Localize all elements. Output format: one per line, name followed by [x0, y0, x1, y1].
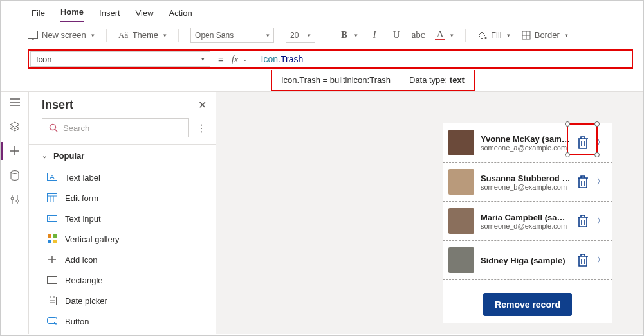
insert-item-edit-form[interactable]: Edit form — [29, 188, 216, 208]
border-button[interactable]: Border ▾ — [522, 30, 568, 40]
insert-item-label: Text input — [65, 214, 101, 224]
avatar — [448, 247, 474, 273]
strikethrough-icon: abc — [413, 30, 423, 40]
canvas[interactable]: Yvonne McKay (sample)someone_a@example.c… — [216, 92, 643, 334]
insert-item-label: Add icon — [65, 255, 98, 265]
trash-icon[interactable] — [577, 175, 589, 188]
fx-button[interactable]: fx ⌄ — [232, 54, 252, 65]
hint-expression: Icon.Trash = builtinicon:Trash — [272, 70, 400, 90]
fill-button[interactable]: Fill ▾ — [477, 30, 510, 40]
tree-view-icon[interactable] — [8, 96, 21, 109]
svg-rect-29 — [53, 234, 57, 238]
chevron-down-icon: ⌄ — [42, 152, 47, 159]
remove-record-button[interactable]: Remove record — [483, 293, 572, 316]
search-input[interactable]: Search — [42, 118, 189, 137]
svg-rect-30 — [48, 240, 51, 243]
insert-panel: Insert ✕ Search ⋯ ⌄ Popular Text labelEd… — [29, 92, 216, 334]
menubar-tab-file[interactable]: File — [32, 8, 45, 22]
insert-item-label: Edit form — [65, 193, 98, 203]
insert-item-label: Rectangle — [65, 276, 103, 285]
hint-datatype-value: text — [450, 75, 465, 85]
record-info: Susanna Stubberod (sample)someone_b@exam… — [481, 173, 571, 191]
italic-button[interactable]: I — [369, 30, 380, 40]
trash-icon[interactable] — [577, 215, 589, 227]
underline-icon: U — [391, 30, 401, 40]
formula-token-type: Icon — [261, 54, 278, 64]
formula-token-member: Trash — [281, 54, 303, 64]
search-icon — [49, 123, 58, 132]
tools-icon[interactable] — [8, 193, 21, 206]
chevron-down-icon: ▾ — [163, 32, 167, 39]
chevron-right-icon[interactable]: 〉 — [595, 254, 605, 266]
hint-datatype: Data type: text — [400, 70, 474, 90]
chevron-right-icon[interactable]: 〉 — [595, 215, 605, 227]
svg-rect-41 — [48, 318, 57, 324]
chevron-down-icon: ▾ — [450, 32, 454, 39]
trash-icon[interactable] — [577, 254, 589, 267]
divider — [327, 29, 327, 42]
layers-icon[interactable] — [8, 120, 21, 133]
chevron-right-icon[interactable]: 〉 — [595, 137, 605, 148]
group-header-popular[interactable]: ⌄ Popular — [29, 145, 216, 167]
svg-point-3 — [485, 37, 487, 39]
menubar-tab-insert[interactable]: Insert — [99, 8, 120, 22]
property-select[interactable]: Icon ▾ — [30, 51, 210, 67]
rectangle-icon — [47, 275, 57, 285]
gallery-item[interactable]: Yvonne McKay (sample)someone_a@example.c… — [443, 123, 612, 163]
svg-rect-34 — [48, 277, 57, 284]
font-color-icon: A — [435, 30, 445, 40]
svg-line-18 — [55, 130, 58, 132]
menubar-tab-view[interactable]: View — [136, 8, 154, 22]
highlight-box: Icon ▾ = fx ⌄ Icon.Trash — [28, 49, 633, 69]
insert-item-text-input[interactable]: Text input — [29, 208, 216, 229]
text-label-icon — [47, 172, 57, 182]
bold-icon: B — [339, 30, 349, 40]
record-email: someone_d@example.com — [481, 222, 571, 230]
insert-item-text-label[interactable]: Text label — [29, 167, 216, 188]
insert-item-rectangle[interactable]: Rectangle — [29, 270, 216, 290]
insert-item-button[interactable]: Button — [29, 311, 216, 332]
equals-sign: = — [217, 54, 225, 65]
formula-bar: Icon ▾ = fx ⌄ Icon.Trash — [1, 48, 643, 70]
formula-bar-area: Icon ▾ = fx ⌄ Icon.Trash Icon.Trash = bu… — [1, 48, 643, 92]
more-options-button[interactable]: ⋯ — [196, 123, 208, 133]
record-info: Yvonne McKay (sample)someone_a@example.c… — [481, 134, 571, 152]
insert-rail-icon[interactable] — [8, 145, 21, 157]
intellisense-hint: Icon.Trash = builtinicon:Trash Data type… — [271, 70, 475, 91]
new-screen-icon — [28, 31, 38, 40]
font-family-select[interactable]: Open Sans ▾ — [190, 28, 274, 43]
font-color-button[interactable]: A▾ — [435, 30, 454, 40]
divider — [106, 29, 107, 42]
insert-item-date-picker[interactable]: Date picker — [29, 290, 216, 311]
insert-item-add-icon[interactable]: Add icon — [29, 249, 216, 270]
gallery-item[interactable]: Maria Campbell (sample)someone_d@example… — [443, 202, 612, 241]
edit-form-icon — [47, 193, 57, 203]
font-size-select[interactable]: 20 ▾ — [286, 28, 315, 43]
bold-button[interactable]: B▾ — [339, 30, 358, 40]
text-input-icon — [47, 213, 57, 224]
strikethrough-button[interactable]: abc — [413, 30, 423, 40]
svg-rect-31 — [53, 240, 57, 243]
svg-point-17 — [50, 125, 56, 130]
menubar-tab-action[interactable]: Action — [169, 8, 192, 22]
insert-item-vertical-gallery[interactable]: Vertical gallery — [29, 229, 216, 249]
chevron-right-icon[interactable]: 〉 — [595, 176, 605, 188]
close-panel-button[interactable]: ✕ — [198, 99, 207, 111]
trash-icon[interactable] — [577, 136, 589, 149]
search-placeholder: Search — [63, 123, 89, 133]
gallery-item[interactable]: Susanna Stubberod (sample)someone_b@exam… — [443, 163, 612, 202]
svg-rect-20 — [48, 194, 57, 202]
data-icon[interactable] — [8, 169, 21, 182]
record-name: Yvonne McKay (sample) — [481, 134, 571, 144]
formula-input[interactable]: Icon.Trash — [259, 54, 630, 64]
record-info: Sidney Higa (sample) — [481, 256, 571, 265]
theme-button[interactable]: Aă Theme ▾ — [118, 30, 167, 40]
svg-rect-28 — [48, 234, 51, 238]
menubar-tab-home[interactable]: Home — [60, 7, 84, 22]
record-email: someone_b@example.com — [481, 183, 571, 191]
underline-button[interactable]: U — [391, 30, 401, 40]
divider — [465, 29, 466, 42]
new-screen-button[interactable]: New screen ▾ — [28, 30, 95, 40]
gallery-item[interactable]: Sidney Higa (sample)〉 — [443, 241, 612, 280]
plus-icon — [47, 254, 57, 265]
